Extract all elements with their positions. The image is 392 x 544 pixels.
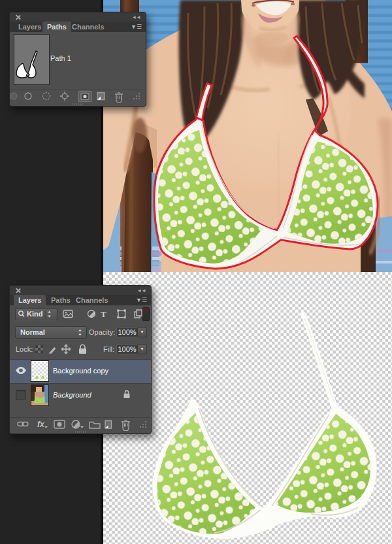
svg-text:fx: fx [37, 420, 45, 429]
svg-text:T: T [101, 309, 106, 319]
svg-text:Kind: Kind [27, 310, 42, 318]
